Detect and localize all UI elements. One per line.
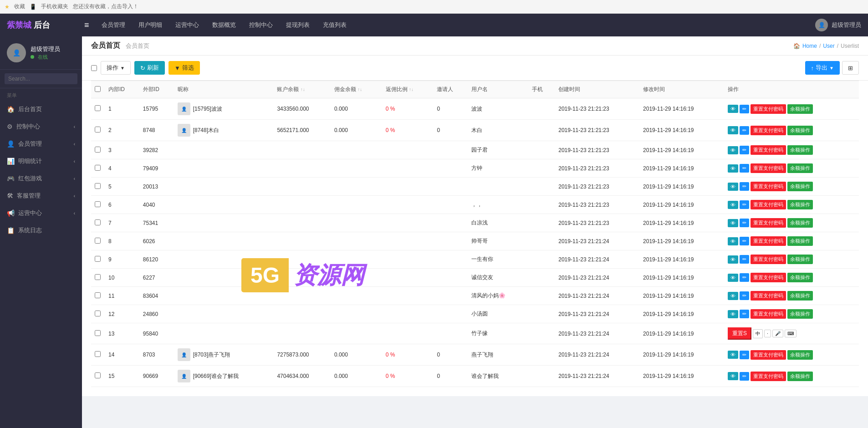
- header-rate[interactable]: 返佣比例 ↑↓: [382, 81, 434, 98]
- star-icon[interactable]: ★: [5, 4, 10, 10]
- row-checkbox[interactable]: [95, 311, 101, 316]
- row-checkbox[interactable]: [95, 351, 101, 357]
- sidebar-item-control[interactable]: ⚙ 控制中心 ‹: [0, 118, 82, 135]
- edit-button[interactable]: ✏: [740, 273, 749, 282]
- ime-more-button[interactable]: ⌨: [785, 330, 797, 337]
- sidebar-item-logs[interactable]: 📋 系统日志: [0, 222, 82, 239]
- grid-view-button[interactable]: ⊞: [842, 61, 859, 75]
- row-checkbox[interactable]: [95, 274, 101, 280]
- breadcrumb-user[interactable]: User: [823, 43, 834, 49]
- view-button[interactable]: 👁: [728, 126, 738, 134]
- filter-button[interactable]: ▼ 筛选: [168, 61, 200, 75]
- edit-button[interactable]: ✏: [740, 310, 749, 318]
- view-button[interactable]: 👁: [728, 237, 738, 245]
- view-button[interactable]: 👁: [728, 372, 738, 380]
- reset-password-button[interactable]: 重置支付密码: [751, 372, 786, 381]
- row-checkbox[interactable]: [95, 127, 101, 132]
- row-checkbox[interactable]: [95, 256, 101, 262]
- breadcrumb-home[interactable]: Home: [802, 43, 817, 49]
- nav-withdraw-list[interactable]: 提现列表: [281, 18, 315, 32]
- row-checkbox[interactable]: [95, 105, 101, 111]
- reset-password-button[interactable]: 重置支付密码: [751, 163, 786, 173]
- row-checkbox[interactable]: [95, 183, 101, 189]
- view-button[interactable]: 👁: [728, 219, 738, 227]
- view-button[interactable]: 👁: [728, 146, 738, 154]
- refresh-button[interactable]: ↻ 刷新: [134, 61, 165, 75]
- view-button[interactable]: 👁: [728, 292, 738, 300]
- reset-password-button[interactable]: 重置支付密码: [751, 255, 786, 264]
- action-dropdown-button[interactable]: 操作 ▼: [101, 61, 131, 75]
- edit-button[interactable]: ✏: [740, 351, 749, 359]
- sidebar-search-input[interactable]: [5, 73, 77, 84]
- balance-action-button[interactable]: 余额操作: [787, 218, 813, 228]
- menu-toggle-button[interactable]: ≡: [84, 20, 89, 30]
- edit-button[interactable]: ✏: [740, 255, 749, 264]
- balance-action-button[interactable]: 余额操作: [787, 255, 813, 264]
- sidebar-item-operations[interactable]: 📢 运营中心 ‹: [0, 204, 82, 222]
- view-button[interactable]: 👁: [728, 274, 738, 282]
- balance-action-button[interactable]: 余额操作: [787, 309, 813, 319]
- edit-button[interactable]: ✏: [740, 219, 749, 227]
- sidebar-item-stats[interactable]: 📊 明细统计 ‹: [0, 153, 82, 170]
- nav-recharge-list[interactable]: 充值列表: [317, 18, 352, 32]
- reset-password-button[interactable]: 重置支付密码: [751, 291, 786, 301]
- nav-control-center[interactable]: 控制中心: [244, 18, 278, 32]
- sidebar-item-games[interactable]: 🎮 红包游戏 ‹: [0, 170, 82, 187]
- row-checkbox[interactable]: [95, 165, 101, 171]
- balance-action-button[interactable]: 余额操作: [787, 236, 813, 246]
- edit-button[interactable]: ✏: [740, 146, 749, 154]
- edit-button[interactable]: ✏: [740, 200, 749, 209]
- edit-button[interactable]: ✏: [740, 182, 749, 191]
- balance-action-button[interactable]: 余额操作: [787, 104, 813, 114]
- view-button[interactable]: 👁: [728, 183, 738, 191]
- edit-button[interactable]: ✏: [740, 237, 749, 245]
- export-button[interactable]: ↑ 导出 ▼: [805, 61, 840, 75]
- row-checkbox[interactable]: [95, 147, 101, 153]
- balance-action-button[interactable]: 余额操作: [787, 273, 813, 282]
- reset-password-button[interactable]: 重置支付密码: [751, 218, 786, 228]
- view-button[interactable]: 👁: [728, 255, 738, 264]
- reset-password-button[interactable]: 重置支付密码: [751, 273, 786, 282]
- row-checkbox[interactable]: [95, 201, 101, 207]
- ime-s-button[interactable]: 重置S: [728, 327, 751, 340]
- reset-password-button[interactable]: 重置支付密码: [751, 182, 786, 191]
- balance-action-button[interactable]: 余额操作: [787, 163, 813, 173]
- balance-action-button[interactable]: 余额操作: [787, 291, 813, 301]
- ime-cn-button[interactable]: 中: [753, 329, 763, 338]
- balance-action-button[interactable]: 余额操作: [787, 372, 813, 381]
- nav-user-detail[interactable]: 用户明细: [133, 18, 168, 32]
- balance-action-button[interactable]: 余额操作: [787, 126, 813, 135]
- row-checkbox[interactable]: [95, 330, 101, 336]
- nav-operations[interactable]: 运营中心: [170, 18, 204, 32]
- sidebar-item-dashboard[interactable]: 🏠 后台首页: [0, 101, 82, 118]
- row-checkbox[interactable]: [95, 292, 101, 298]
- reset-password-button[interactable]: 重置支付密码: [751, 200, 786, 209]
- view-button[interactable]: 👁: [728, 310, 738, 318]
- row-checkbox[interactable]: [95, 372, 101, 378]
- view-button[interactable]: 👁: [728, 105, 738, 113]
- reset-password-button[interactable]: 重置支付密码: [751, 350, 786, 360]
- balance-action-button[interactable]: 余额操作: [787, 145, 813, 155]
- view-button[interactable]: 👁: [728, 351, 738, 359]
- header-commission[interactable]: 佣金余额 ↑↓: [331, 81, 382, 98]
- nav-data-overview[interactable]: 数据概览: [207, 18, 241, 32]
- sidebar-item-members[interactable]: 👤 会员管理 ‹: [0, 135, 82, 153]
- row-checkbox[interactable]: [95, 238, 101, 244]
- edit-button[interactable]: ✏: [740, 164, 749, 173]
- balance-action-button[interactable]: 余额操作: [787, 350, 813, 360]
- reset-password-button[interactable]: 重置支付密码: [751, 236, 786, 246]
- reset-password-button[interactable]: 重置支付密码: [751, 126, 786, 135]
- sidebar-item-service[interactable]: 🛠 客服管理 ‹: [0, 187, 82, 204]
- ime-dot-button[interactable]: ·: [764, 330, 771, 337]
- ime-mic-button[interactable]: 🎤: [772, 330, 783, 337]
- reset-password-button[interactable]: 重置支付密码: [751, 309, 786, 319]
- balance-action-button[interactable]: 余额操作: [787, 200, 813, 209]
- header-checkbox[interactable]: [95, 86, 101, 92]
- edit-button[interactable]: ✏: [740, 105, 749, 113]
- nav-member-manage[interactable]: 会员管理: [96, 18, 131, 32]
- select-all-checkbox[interactable]: [91, 65, 97, 71]
- balance-action-button[interactable]: 余额操作: [787, 182, 813, 191]
- reset-password-button[interactable]: 重置支付密码: [751, 145, 786, 155]
- row-checkbox[interactable]: [95, 219, 101, 225]
- view-button[interactable]: 👁: [728, 164, 738, 173]
